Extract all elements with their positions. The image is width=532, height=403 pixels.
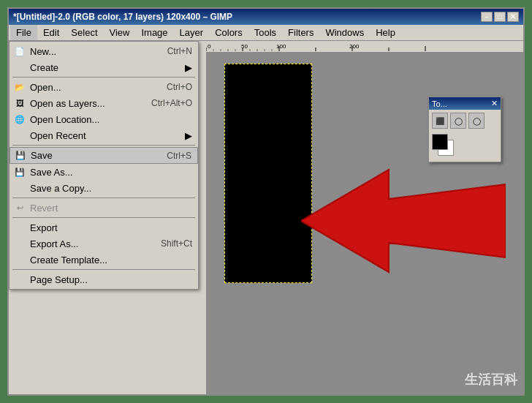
- open-recent-arrow-icon: ▶: [185, 130, 192, 141]
- revert-label: Revert: [30, 203, 58, 214]
- toolbox-content: ⬛ ◯ ◯: [429, 110, 501, 162]
- svg-text:200: 200: [349, 43, 360, 50]
- menu-entry-revert: ↩ Revert: [10, 200, 198, 216]
- main-area: 📄 New... Ctrl+N Create ▶ 📂 Open... Ctrl+…: [9, 41, 523, 394]
- menu-entry-export[interactable]: Export: [10, 219, 198, 236]
- new-shortcut: Ctrl+N: [167, 46, 192, 56]
- svg-rect-0: [206, 41, 523, 52]
- open-shortcut: Ctrl+O: [167, 82, 192, 92]
- minimize-button[interactable]: –: [481, 12, 493, 22]
- menu-item-colors[interactable]: Colors: [209, 25, 248, 40]
- tool-button-2[interactable]: ◯: [450, 113, 466, 129]
- save-as-icon: 💾: [14, 166, 26, 178]
- save-icon: 💾: [15, 150, 26, 162]
- create-template-label: Create Template...: [30, 255, 107, 265]
- menu-item-select[interactable]: Select: [65, 25, 103, 40]
- close-button[interactable]: ✕: [507, 12, 519, 22]
- open-layers-label: Open as Layers...: [30, 98, 105, 109]
- menu-entry-open-recent[interactable]: Open Recent ▶: [10, 127, 198, 143]
- svg-text:0: 0: [208, 43, 211, 50]
- save-copy-label: Save a Copy...: [30, 183, 91, 194]
- menu-entry-save-copy[interactable]: Save a Copy...: [10, 180, 198, 196]
- menu-bar: File Edit Select View Image Layer Colors…: [9, 25, 523, 41]
- export-as-label: Export As...: [30, 238, 78, 249]
- create-label: Create: [30, 62, 58, 73]
- menu-item-tools[interactable]: Tools: [248, 25, 282, 40]
- menu-item-windows[interactable]: Windows: [319, 25, 370, 40]
- ruler-svg: 0 50 100 200: [206, 41, 523, 52]
- menu-entry-page-setup[interactable]: Page Setup...: [10, 271, 198, 287]
- gimp-window: *[Untitled]-2.0 (RGB color, 17 layers) 1…: [7, 7, 525, 396]
- open-location-icon: 🌐: [14, 113, 26, 125]
- svg-text:50: 50: [241, 43, 248, 50]
- separator-5: [12, 269, 195, 270]
- menu-entry-new[interactable]: 📄 New... Ctrl+N: [10, 43, 198, 59]
- new-label: New...: [30, 46, 56, 57]
- menu-entry-open-layers[interactable]: 🖼 Open as Layers... Ctrl+Alt+O: [10, 95, 198, 111]
- menu-item-view[interactable]: View: [104, 25, 136, 40]
- svg-text:100: 100: [276, 43, 286, 50]
- export-label: Export: [30, 222, 58, 233]
- new-icon: 📄: [14, 45, 26, 57]
- save-as-label: Save As...: [30, 167, 73, 178]
- foreground-color-swatch[interactable]: [432, 134, 448, 150]
- separator-4: [12, 217, 195, 218]
- menu-entry-export-as[interactable]: Export As... Shift+Ct: [10, 236, 198, 252]
- title-bar-buttons: – □ ✕: [481, 12, 519, 22]
- maximize-button[interactable]: □: [494, 12, 506, 22]
- menu-entry-open-location[interactable]: 🌐 Open Location...: [10, 111, 198, 127]
- open-layers-shortcut: Ctrl+Alt+O: [151, 98, 192, 108]
- canvas-area: 0 50 100 200: [206, 41, 523, 394]
- toolbox-tool-row-1: ⬛ ◯ ◯: [432, 113, 498, 129]
- outer-frame: *[Untitled]-2.0 (RGB color, 17 layers) 1…: [0, 0, 532, 403]
- open-layers-icon: 🖼: [14, 97, 26, 109]
- export-as-shortcut: Shift+Ct: [161, 238, 192, 249]
- toolbox-dialog: To... ✕ ⬛ ◯ ◯: [428, 97, 501, 162]
- toolbox-title-label: To...: [432, 99, 447, 108]
- red-arrow: [301, 148, 506, 296]
- save-shortcut: Ctrl+S: [167, 151, 191, 161]
- window-title: *[Untitled]-2.0 (RGB color, 17 layers) 1…: [13, 12, 232, 22]
- menu-item-file[interactable]: File: [10, 25, 37, 40]
- toolbox-close-icon[interactable]: ✕: [491, 99, 498, 108]
- menu-entry-open[interactable]: 📂 Open... Ctrl+O: [10, 79, 198, 95]
- tool-button-1[interactable]: ⬛: [432, 113, 448, 129]
- toolbox-title-bar: To... ✕: [429, 97, 501, 110]
- open-location-label: Open Location...: [30, 114, 99, 125]
- black-canvas-image: [224, 64, 312, 283]
- file-dropdown-menu: 📄 New... Ctrl+N Create ▶ 📂 Open... Ctrl+…: [9, 41, 199, 290]
- create-arrow-icon: ▶: [185, 62, 192, 73]
- separator-1: [12, 77, 195, 78]
- menu-entry-create[interactable]: Create ▶: [10, 59, 198, 75]
- menu-entry-save-as[interactable]: 💾 Save As...: [10, 164, 198, 180]
- open-icon: 📂: [14, 81, 26, 93]
- menu-item-layer[interactable]: Layer: [174, 25, 210, 40]
- menu-item-edit[interactable]: Edit: [37, 25, 65, 40]
- revert-icon: ↩: [14, 202, 26, 214]
- open-label: Open...: [30, 82, 61, 93]
- tool-button-3[interactable]: ◯: [468, 113, 484, 129]
- ruler-top: 0 50 100 200: [206, 41, 523, 53]
- image-canvas: To... ✕ ⬛ ◯ ◯: [206, 53, 523, 394]
- open-recent-label: Open Recent: [30, 130, 86, 141]
- title-bar: *[Untitled]-2.0 (RGB color, 17 layers) 1…: [9, 9, 523, 25]
- save-label: Save: [31, 150, 53, 161]
- color-area: [432, 134, 498, 159]
- watermark: 生活百科: [465, 371, 517, 388]
- menu-entry-create-template[interactable]: Create Template...: [10, 252, 198, 268]
- page-setup-label: Page Setup...: [30, 274, 88, 285]
- menu-item-image[interactable]: Image: [135, 25, 173, 40]
- separator-3: [12, 197, 195, 198]
- menu-item-filters[interactable]: Filters: [282, 25, 319, 40]
- menu-entry-save[interactable]: 💾 Save Ctrl+S: [10, 147, 198, 164]
- svg-marker-20: [301, 170, 506, 272]
- separator-2: [12, 145, 195, 146]
- menu-item-help[interactable]: Help: [370, 25, 401, 40]
